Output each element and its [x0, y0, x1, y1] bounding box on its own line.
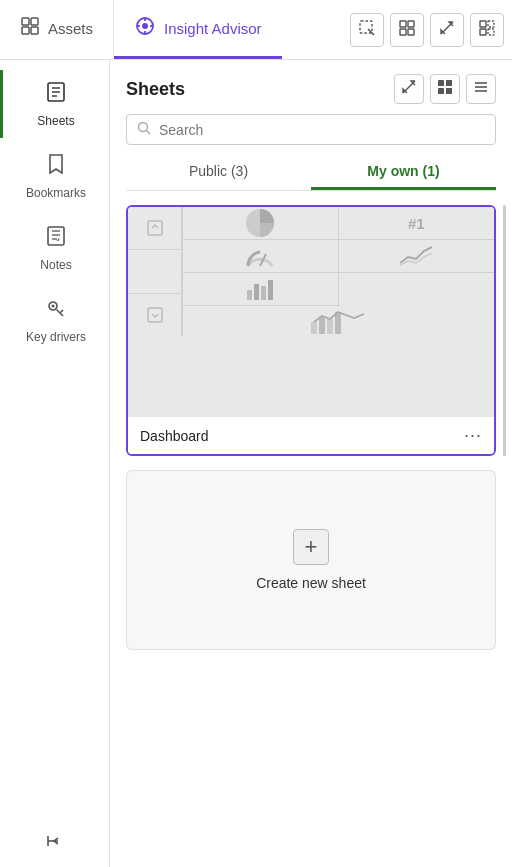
- svg-line-34: [403, 81, 415, 93]
- sheet-menu-btn[interactable]: ···: [464, 425, 482, 446]
- grid-icon: [437, 79, 453, 99]
- sidebar-item-bookmarks[interactable]: Bookmarks: [0, 142, 109, 210]
- preview-cell-kpi: #1: [339, 207, 495, 240]
- content-header-tools: [394, 74, 496, 104]
- preview-nav-icon-bottom: [128, 294, 181, 336]
- svg-rect-49: [254, 284, 259, 300]
- svg-point-42: [139, 123, 148, 132]
- preview-cell-bar: [183, 273, 339, 306]
- sidebar-item-key-drivers[interactable]: Key drivers: [0, 286, 109, 354]
- expand-tool-btn[interactable]: [430, 13, 464, 47]
- key-drivers-icon: [44, 296, 68, 326]
- preview-cell-pie: [183, 207, 339, 240]
- svg-rect-18: [488, 21, 494, 27]
- svg-rect-1: [31, 18, 38, 25]
- svg-rect-53: [319, 316, 325, 334]
- grid-view-btn[interactable]: [430, 74, 460, 104]
- content-header: Sheets: [110, 60, 512, 114]
- preview-nav-icon-top: [128, 207, 181, 250]
- create-new-label: Create new sheet: [256, 575, 366, 591]
- more-tool-btn[interactable]: [470, 13, 504, 47]
- expand-nav-icon: [439, 20, 455, 40]
- sheets-icon: [44, 80, 68, 110]
- svg-rect-12: [400, 21, 406, 27]
- create-plus-btn: +: [293, 529, 329, 565]
- svg-line-31: [60, 310, 63, 313]
- search-nav-icon: [359, 20, 375, 40]
- notes-icon: [44, 224, 68, 254]
- insight-advisor-tab[interactable]: Insight Advisor: [114, 0, 282, 59]
- search-container: [110, 114, 512, 155]
- sidebar: Sheets Bookmarks Notes: [0, 60, 110, 867]
- insight-advisor-icon: [134, 15, 156, 42]
- svg-rect-45: [148, 308, 162, 322]
- bookmarks-label: Bookmarks: [26, 186, 86, 200]
- list-icon: [473, 79, 489, 99]
- svg-rect-14: [400, 29, 406, 35]
- svg-rect-44: [148, 221, 162, 235]
- search-input[interactable]: [159, 122, 485, 138]
- sheet-card-wrapper: #1: [126, 205, 496, 456]
- sheet-card-dashboard[interactable]: #1: [126, 205, 496, 456]
- sheets-scroll: #1: [110, 191, 512, 867]
- tabs-row: Public (3) My own (1): [126, 155, 496, 191]
- preview-right-grid: #1: [183, 207, 494, 336]
- main-area: Sheets Bookmarks Notes: [0, 60, 512, 867]
- svg-rect-37: [438, 88, 444, 94]
- sidebar-collapse-btn[interactable]: [0, 820, 109, 867]
- search-box: [126, 114, 496, 145]
- top-nav: Assets Insight Advisor: [0, 0, 512, 60]
- sheet-footer: Dashboard ···: [128, 417, 494, 454]
- svg-rect-0: [22, 18, 29, 25]
- assets-tab-label: Assets: [48, 20, 93, 37]
- key-drivers-label: Key drivers: [26, 330, 86, 344]
- svg-point-5: [142, 23, 148, 29]
- sheets-label: Sheets: [37, 114, 74, 128]
- svg-rect-19: [480, 29, 486, 35]
- sidebar-item-sheets[interactable]: Sheets: [0, 70, 109, 138]
- search-icon: [137, 121, 151, 138]
- svg-rect-13: [408, 21, 414, 27]
- preview-left-col: [128, 207, 183, 336]
- sidebar-item-notes[interactable]: Notes: [0, 214, 109, 282]
- search-tool-btn[interactable]: [350, 13, 384, 47]
- tab-my-own[interactable]: My own (1): [311, 155, 496, 190]
- svg-rect-25: [48, 227, 64, 245]
- sheet-name: Dashboard: [140, 428, 209, 444]
- sheet-preview: #1: [128, 207, 494, 417]
- scroll-indicator: [503, 205, 506, 456]
- bookmarks-icon: [44, 152, 68, 182]
- expand-icon: [401, 79, 417, 99]
- svg-line-16: [441, 22, 453, 34]
- svg-rect-52: [311, 322, 317, 334]
- svg-rect-3: [31, 27, 38, 34]
- tab-public[interactable]: Public (3): [126, 155, 311, 190]
- plus-icon: +: [305, 534, 318, 560]
- svg-line-43: [147, 131, 151, 135]
- content-title: Sheets: [126, 79, 185, 100]
- preview-cell-gauge: [183, 240, 339, 273]
- collapse-icon: [44, 830, 66, 857]
- content-area: Sheets: [110, 60, 512, 867]
- svg-rect-55: [335, 312, 341, 334]
- svg-rect-20: [488, 29, 494, 35]
- grid-view-tool-btn[interactable]: [390, 13, 424, 47]
- create-new-card[interactable]: + Create new sheet: [126, 470, 496, 650]
- grid-nav-icon: [399, 20, 415, 40]
- preview-cell-combined: [183, 306, 494, 336]
- svg-rect-15: [408, 29, 414, 35]
- svg-rect-50: [261, 286, 266, 300]
- nav-tools: [350, 0, 512, 59]
- preview-cell-trend: [339, 240, 495, 273]
- assets-tab[interactable]: Assets: [0, 0, 114, 59]
- assets-icon: [20, 16, 40, 41]
- svg-point-32: [52, 305, 55, 308]
- svg-rect-2: [22, 27, 29, 34]
- svg-rect-48: [247, 290, 252, 300]
- notes-label: Notes: [40, 258, 71, 272]
- more-nav-icon: [479, 20, 495, 40]
- svg-rect-35: [438, 80, 444, 86]
- svg-rect-36: [446, 80, 452, 86]
- list-view-btn[interactable]: [466, 74, 496, 104]
- expand-btn[interactable]: [394, 74, 424, 104]
